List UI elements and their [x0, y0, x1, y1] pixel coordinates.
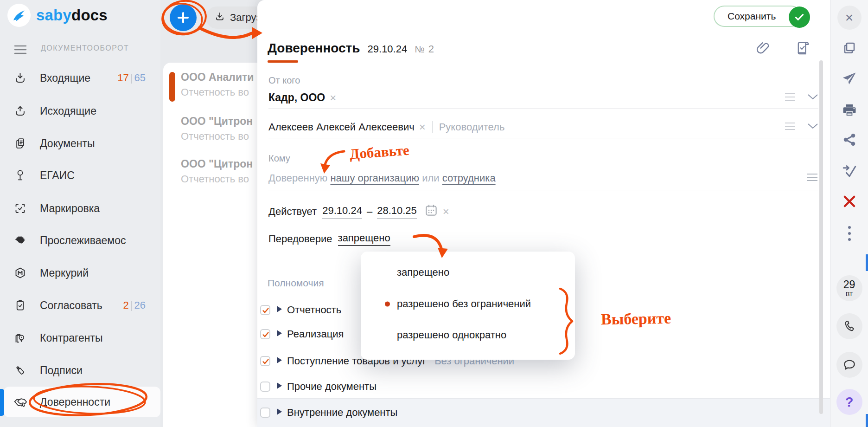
- remove-person-icon[interactable]: ×: [419, 121, 426, 134]
- add-employee-link[interactable]: сотрудника: [442, 172, 496, 184]
- dropdown-option-label: разрешено без ограничений: [397, 298, 531, 310]
- person-chevron-down-icon[interactable]: [807, 123, 818, 131]
- sidebar-item-label-wrap: Согласовать: [40, 299, 126, 312]
- chat-button[interactable]: [836, 352, 862, 378]
- logo-bird-icon: [7, 4, 31, 27]
- handshake-icon: [14, 396, 26, 408]
- remove-validity-icon[interactable]: ×: [443, 205, 449, 218]
- list-item-title: ООО "Цитрон: [181, 115, 253, 128]
- power-label-row: Внутренние документы: [287, 407, 397, 419]
- dropdown-option[interactable]: разрешено без ограничений: [361, 289, 575, 319]
- wine-glass-icon: [14, 169, 26, 182]
- org-menu-icon[interactable]: [784, 93, 796, 103]
- sidebar-item-approval[interactable]: Согласовать 2|26: [0, 291, 160, 319]
- to-menu-icon[interactable]: [806, 172, 818, 184]
- close-button[interactable]: ×: [837, 6, 862, 30]
- calendar-date-button[interactable]: 29 ВТ: [836, 275, 862, 301]
- send-for-approval-icon[interactable]: [841, 163, 858, 180]
- count-new: 2: [123, 299, 129, 311]
- from-person-field[interactable]: Алексеев Алексей Алексеевич × Руководите…: [268, 116, 818, 138]
- sidebar-item-label: Документы: [40, 137, 95, 150]
- template-scroll-button[interactable]: [794, 40, 811, 58]
- to-prefix: Доверенную: [268, 172, 327, 184]
- duplicate-icon[interactable]: [842, 40, 857, 55]
- edge-scrollbar-thumb[interactable]: [866, 254, 868, 271]
- sidebar-item-traceability[interactable]: Прослеживаемос: [0, 226, 160, 254]
- power-row: Прочие документы: [257, 374, 830, 399]
- to-label: Кому: [268, 153, 290, 164]
- help-label: ?: [845, 395, 854, 410]
- list-item-title: ООО "Цитрон: [181, 158, 253, 170]
- sidebar-item-inbox[interactable]: Входящие 17|65: [0, 64, 160, 92]
- poa-editor-panel: Сохранить Доверенность 29.10.24 № 2 От к…: [257, 0, 830, 427]
- checkbox[interactable]: [260, 356, 270, 366]
- validity-row: Действует 29.10.24 – 28.10.25 ×: [268, 203, 449, 220]
- dropdown-option[interactable]: разрешено однократно: [361, 320, 575, 350]
- sidebar-item-marking[interactable]: Маркировка: [0, 194, 160, 222]
- expand-triangle-icon[interactable]: [277, 408, 282, 417]
- sidebar-item-poa[interactable]: Доверенности: [0, 388, 160, 416]
- outbox-icon: [14, 105, 26, 117]
- person-menu-icon[interactable]: [784, 122, 796, 132]
- inbox-counters: 17|65: [115, 72, 146, 84]
- from-org-field[interactable]: Кадр, ООО ×: [268, 87, 818, 109]
- org-chevron-down-icon[interactable]: [807, 94, 818, 102]
- approval-counters: 2|26: [121, 299, 146, 311]
- checkbox[interactable]: [260, 382, 270, 392]
- checkbox[interactable]: [260, 329, 270, 339]
- expand-triangle-icon[interactable]: [277, 357, 282, 365]
- doc-number[interactable]: 2: [428, 43, 434, 55]
- share-icon[interactable]: [842, 132, 857, 147]
- sidebar-item-label: ЕГАИС: [40, 169, 75, 182]
- sidebar-item-documents[interactable]: Документы: [0, 129, 160, 157]
- count-total: 26: [134, 299, 146, 311]
- edge-scrollbar-thumb[interactable]: [866, 414, 868, 427]
- add-our-org-link[interactable]: нашу организацию: [330, 172, 419, 184]
- save-check-icon[interactable]: [789, 6, 810, 28]
- delegation-row: Передоверие запрещено: [268, 232, 390, 246]
- expand-triangle-icon[interactable]: [277, 382, 282, 391]
- phone-button[interactable]: [836, 313, 862, 339]
- sidebar-item-mercury[interactable]: Меркурий: [0, 259, 160, 287]
- from-label: От кого: [268, 75, 300, 86]
- expand-triangle-icon[interactable]: [277, 330, 282, 338]
- sidebar-item-contractors[interactable]: Контрагенты: [0, 324, 160, 352]
- sidebar-item-outbox[interactable]: Исходящие: [0, 97, 160, 125]
- sidebar-item-signatures[interactable]: Подписи: [0, 356, 160, 384]
- delegation-dropdown: запрещено разрешено без ограничений разр…: [361, 252, 575, 360]
- validity-label: Действует: [268, 206, 317, 218]
- power-label: Внутренние документы: [287, 407, 397, 418]
- reject-icon[interactable]: [842, 194, 857, 209]
- remove-org-icon[interactable]: ×: [330, 91, 336, 104]
- expand-triangle-icon[interactable]: [277, 306, 282, 314]
- count-new: 17: [117, 72, 128, 84]
- checkbox[interactable]: [260, 408, 270, 418]
- delegation-value[interactable]: запрещено: [338, 232, 390, 246]
- help-button[interactable]: ?: [836, 389, 862, 415]
- doc-date[interactable]: 29.10.24: [368, 43, 408, 55]
- send-icon[interactable]: [842, 71, 857, 87]
- save-button-label: Сохранить: [728, 11, 776, 22]
- more-actions-icon[interactable]: [848, 226, 851, 241]
- app-logo[interactable]: sabydocs: [7, 4, 108, 27]
- calendar-weekday: ВТ: [846, 291, 853, 298]
- to-field: Доверенную нашу организацию или сотрудни…: [268, 166, 818, 190]
- checkbox[interactable]: [260, 305, 270, 315]
- sidebar-item-label: Маркировка: [40, 202, 100, 215]
- sidebar-item-label: Входящие: [40, 72, 90, 84]
- panel-scrollbar[interactable]: [819, 60, 823, 414]
- power-label-row: Реализация: [287, 328, 352, 340]
- sidebar-item-egais[interactable]: ЕГАИС: [0, 162, 160, 189]
- valid-to-date[interactable]: 28.10.25: [377, 205, 417, 219]
- documents-icon: [14, 137, 26, 150]
- print-icon[interactable]: [842, 102, 857, 118]
- list-item-subtitle: Отчетность во: [181, 86, 249, 98]
- create-document-button[interactable]: [170, 4, 197, 31]
- valid-from-date[interactable]: 29.10.24: [322, 205, 362, 219]
- calendar-picker-icon[interactable]: [424, 203, 438, 220]
- menu-burger-icon[interactable]: [14, 45, 27, 57]
- attach-button[interactable]: [756, 40, 771, 58]
- dropdown-option[interactable]: запрещено: [361, 257, 575, 288]
- powers-label: Полномочия: [268, 278, 324, 289]
- brand-saby: saby: [36, 6, 71, 24]
